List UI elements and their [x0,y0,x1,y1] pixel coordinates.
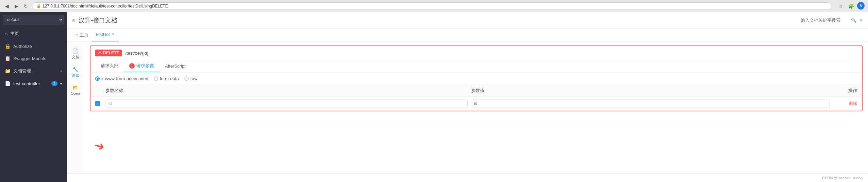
search-input[interactable] [801,18,848,23]
workspace-select[interactable]: default [3,15,64,24]
search-icon[interactable]: 🔍 [851,18,856,23]
arrow-annotation: ➜ [93,138,106,154]
open-icon: 📂 [72,85,78,90]
debug-icon: 🔧 [72,67,78,72]
test-controller-icon: 📄 [5,81,11,86]
close-icon[interactable]: ✕ [859,18,863,23]
request-header: ⚠ DELETE /test/del/{id} [90,46,862,60]
content-area: 📄 文档 🔧 调试 📂 Open 发送 [67,41,868,174]
swagger-models-icon: 📋 [5,56,11,61]
app-title: 汉升-接口文档 [79,16,117,24]
test-controller-badge: 2 [51,81,57,86]
col-action-header: 操作 [837,88,857,94]
sidebar-item-swagger-models[interactable]: 📋 Swagger Models [0,52,67,65]
docs-label: 文档 [72,55,79,60]
tab-close-icon[interactable]: ✕ [112,32,115,37]
doc-manage-icon: 📁 [5,68,11,74]
param-name-input[interactable] [105,99,468,108]
radio-group: x-www-form-urlencoded form-data raw [90,73,862,85]
sidebar-item-test-controller[interactable]: 📄 test-controller 2 ▾ [0,77,67,90]
debug-label: 调试 [72,73,79,78]
params-table-header: 参数名称 参数值 操作 [90,85,862,97]
home-icon: ⌂ [5,31,7,36]
col-name-header: 参数名称 [105,88,471,94]
browser-actions: ☆ 🧩 S [837,2,865,10]
user-avatar[interactable]: S [857,2,865,10]
radio-circle-raw [184,76,189,81]
docs-icon: 📄 [72,48,78,54]
test-controller-arrow: ▾ [60,82,62,86]
radio-circle-checked [95,76,100,81]
sidebar: default ⌂ 主页 🔓 Authorize 📋 Swagger Model… [0,12,67,182]
menu-icon[interactable]: ≡ [72,17,75,23]
tab-request-params[interactable]: 1 请求参数 [124,60,160,72]
col-value-header: 参数值 [471,88,837,94]
tab-request-headers[interactable]: 请求头部 [95,60,124,72]
left-panel: 📄 文档 🔧 调试 📂 Open [67,41,84,174]
delete-row-link[interactable]: 删除 [849,101,857,106]
request-container: ⚠ DELETE /test/del/{id} 请求头部 1 请求参数 [90,46,863,111]
tab-after-script[interactable]: AfterScript [160,61,191,72]
forward-button[interactable]: ▶ [13,3,20,10]
table-row: 删除 [90,97,862,111]
sidebar-item-doc-manage[interactable]: 📁 文档管理 ▾ [0,65,67,77]
radio-x-www-form-urlencoded[interactable]: x-www-form-urlencoded [95,76,148,81]
delete-warning-icon: ⚠ [98,51,102,55]
star-button[interactable]: ☆ [837,2,845,10]
radio-form-data[interactable]: form-data [154,76,179,81]
radio-circle-empty [154,76,158,81]
open-label: Open [71,91,80,95]
radio-raw[interactable]: raw [184,76,198,81]
params-badge: 1 [129,63,135,69]
authorize-icon: 🔓 [5,43,11,49]
lock-icon: 🔒 [36,4,41,8]
url-bar[interactable]: 🔒 127.0.0.1:7001/doc.html#/default/test-… [32,2,831,10]
sidebar-item-home[interactable]: ⌂ 主页 [0,27,67,40]
right-panel: 发送 ⚠ DELETE /test/del/{id} 请求头部 [84,41,868,174]
main-content: ≡ 汉升-接口文档 🔍 ✕ ⌂ 主页 testDel ✕ [67,12,868,182]
row-checkbox[interactable] [95,101,100,106]
tabs-bar: ⌂ 主页 testDel ✕ [67,29,868,41]
browser-chrome: ◀ ▶ ↻ 🔒 127.0.0.1:7001/doc.html#/default… [0,0,868,12]
request-url: /test/del/{id} [125,51,148,56]
reload-button[interactable]: ↻ [22,3,29,10]
left-panel-open[interactable]: 📂 Open [67,82,84,98]
home-tab-label: 主页 [80,32,88,38]
home-tab-icon: ⌂ [76,32,78,37]
left-panel-debug[interactable]: 🔧 调试 [67,64,84,81]
tab-home[interactable]: ⌂ 主页 [72,32,92,38]
url-text: 127.0.0.1:7001/doc.html#/default/test-co… [43,4,168,8]
extensions-button[interactable]: 🧩 [847,2,855,10]
back-button[interactable]: ◀ [3,3,10,10]
params-table: 参数名称 参数值 操作 [90,85,862,111]
footer-text: CSDN @Hanson Huang [822,176,863,180]
doc-manage-arrow: ▾ [60,69,62,73]
app-container: default ⌂ 主页 🔓 Authorize 📋 Swagger Model… [0,12,868,182]
param-value-input[interactable] [471,99,830,108]
app-header: ≡ 汉升-接口文档 🔍 ✕ [67,12,868,29]
left-panel-docs[interactable]: 📄 文档 [67,46,84,62]
request-tabs: 请求头部 1 请求参数 AfterScript [90,60,862,73]
tab-testdel-label: testDel [96,32,110,37]
footer: CSDN @Hanson Huang [67,174,868,182]
sidebar-item-authorize[interactable]: 🔓 Authorize [0,40,67,52]
header-search: 🔍 ✕ [801,18,863,23]
tab-testdel[interactable]: testDel ✕ [92,29,119,41]
delete-badge: ⚠ DELETE [95,50,122,56]
